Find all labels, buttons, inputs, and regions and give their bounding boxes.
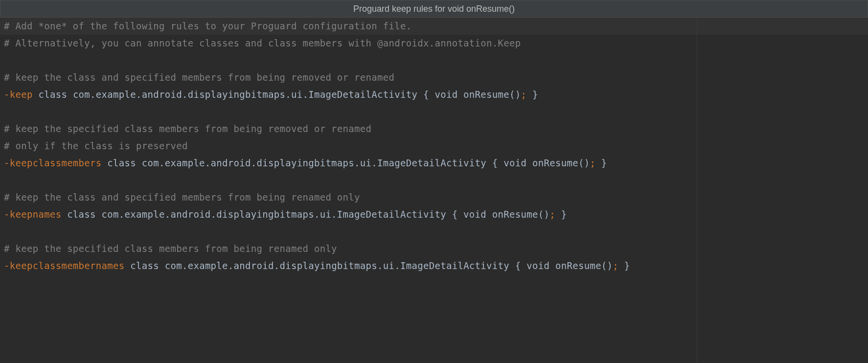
- comment-text: # keep the class and specified members f…: [4, 192, 360, 203]
- rule-tail: }: [526, 89, 538, 100]
- semicolon: ;: [613, 260, 618, 271]
- code-line[interactable]: -keep class com.example.android.displayi…: [0, 86, 868, 103]
- code-line[interactable]: -keepnames class com.example.android.dis…: [0, 206, 868, 223]
- code-line[interactable]: -keepclassmembernames class com.example.…: [0, 257, 868, 274]
- rule-tail: }: [555, 209, 567, 220]
- rule-keyword: -keepclassmembernames: [4, 260, 125, 271]
- code-line[interactable]: # Alternatively, you can annotate classe…: [0, 35, 868, 52]
- rule-tail: }: [595, 158, 607, 168]
- code-line[interactable]: # Add *one* of the following rules to yo…: [0, 18, 868, 35]
- comment-text: # Add *one* of the following rules to yo…: [4, 21, 411, 31]
- code-line[interactable]: -keepclassmembers class com.example.andr…: [0, 155, 868, 172]
- code-editor[interactable]: # Add *one* of the following rules to yo…: [0, 18, 868, 363]
- semicolon: ;: [521, 89, 527, 100]
- right-margin-guide: [697, 18, 697, 363]
- rule-keyword: -keep: [4, 89, 33, 100]
- rule-body: class com.example.android.displayingbitm…: [102, 158, 590, 168]
- rule-keyword: -keepclassmembers: [4, 158, 102, 168]
- title-bar: Proguard keep rules for void onResume(): [0, 0, 868, 18]
- comment-text: # keep the specified class members from …: [4, 123, 371, 134]
- rule-keyword: -keepnames: [4, 209, 61, 220]
- comment-text: # Alternatively, you can annotate classe…: [4, 38, 521, 48]
- code-line[interactable]: [0, 52, 868, 69]
- comment-text: # keep the class and specified members f…: [4, 72, 394, 83]
- rule-body: class com.example.android.displayingbitm…: [61, 209, 549, 220]
- code-line[interactable]: # keep the specified class members from …: [0, 240, 868, 257]
- code-line[interactable]: # keep the specified class members from …: [0, 120, 868, 137]
- rule-body: class com.example.android.displayingbitm…: [125, 260, 613, 271]
- code-line[interactable]: [0, 103, 868, 120]
- code-line[interactable]: [0, 172, 868, 189]
- code-line[interactable]: # keep the class and specified members f…: [0, 189, 868, 206]
- code-line[interactable]: [0, 223, 868, 240]
- code-line[interactable]: # keep the class and specified members f…: [0, 69, 868, 86]
- code-line[interactable]: # only if the class is preserved: [0, 137, 868, 155]
- title-text: Proguard keep rules for void onResume(): [353, 4, 515, 14]
- rule-tail: }: [618, 260, 630, 271]
- rule-body: class com.example.android.displayingbitm…: [33, 89, 521, 100]
- semicolon: ;: [549, 209, 555, 220]
- semicolon: ;: [590, 158, 595, 168]
- comment-text: # only if the class is preserved: [4, 140, 188, 151]
- comment-text: # keep the specified class members from …: [4, 243, 337, 254]
